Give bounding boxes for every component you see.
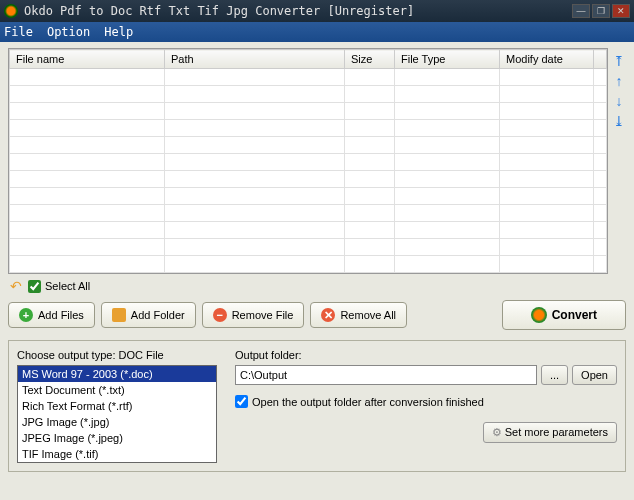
table-row	[10, 103, 607, 120]
list-item[interactable]: JPEG Image (*.jpeg)	[18, 430, 216, 446]
window-title: Okdo Pdf to Doc Rtf Txt Tif Jpg Converte…	[24, 4, 572, 18]
move-bottom-icon[interactable]: ⤓	[611, 113, 627, 129]
col-spacer	[594, 50, 607, 69]
titlebar: Okdo Pdf to Doc Rtf Txt Tif Jpg Converte…	[0, 0, 634, 22]
output-folder-input[interactable]	[235, 365, 537, 385]
table-row	[10, 69, 607, 86]
minus-icon: −	[213, 308, 227, 322]
remove-file-button[interactable]: −Remove File	[202, 302, 305, 328]
table-row	[10, 239, 607, 256]
open-after-label: Open the output folder after conversion …	[252, 396, 484, 408]
browse-button[interactable]: ...	[541, 365, 568, 385]
table-row	[10, 171, 607, 188]
up-folder-icon[interactable]: ↶	[10, 278, 22, 294]
table-row	[10, 137, 607, 154]
maximize-button[interactable]: ❐	[592, 4, 610, 18]
menu-file[interactable]: File	[4, 25, 33, 39]
plus-icon: +	[19, 308, 33, 322]
close-button[interactable]: ✕	[612, 4, 630, 18]
gear-icon: ⚙	[492, 426, 502, 438]
list-item[interactable]: TIF Image (*.tif)	[18, 446, 216, 462]
list-item[interactable]: MS Word 97 - 2003 (*.doc)	[18, 366, 216, 382]
convert-icon	[531, 307, 547, 323]
list-item[interactable]: Text Document (*.txt)	[18, 382, 216, 398]
app-icon	[4, 4, 18, 18]
table-row	[10, 222, 607, 239]
settings-panel: Choose output type: DOC File MS Word 97 …	[8, 340, 626, 472]
move-top-icon[interactable]: ⤒	[611, 53, 627, 69]
add-files-label: Add Files	[38, 309, 84, 321]
table-row	[10, 120, 607, 137]
open-after-input[interactable]	[235, 395, 248, 408]
add-folder-button[interactable]: Add Folder	[101, 302, 196, 328]
col-filename[interactable]: File name	[10, 50, 165, 69]
convert-button[interactable]: Convert	[502, 300, 626, 330]
file-table[interactable]: File name Path Size File Type Modify dat…	[9, 49, 607, 273]
set-more-parameters-button[interactable]: ⚙ Set more parameters	[483, 422, 617, 443]
col-filetype[interactable]: File Type	[395, 50, 500, 69]
table-row	[10, 154, 607, 171]
file-table-wrap: File name Path Size File Type Modify dat…	[8, 48, 608, 274]
remove-all-label: Remove All	[340, 309, 396, 321]
output-type-listbox[interactable]: MS Word 97 - 2003 (*.doc) Text Document …	[17, 365, 217, 463]
table-row	[10, 256, 607, 273]
col-size[interactable]: Size	[345, 50, 395, 69]
col-path[interactable]: Path	[165, 50, 345, 69]
table-row	[10, 205, 607, 222]
remove-file-label: Remove File	[232, 309, 294, 321]
menu-option[interactable]: Option	[47, 25, 90, 39]
convert-label: Convert	[552, 308, 597, 322]
reorder-arrows: ⤒ ↑ ↓ ⤓	[611, 53, 627, 129]
list-item[interactable]: JPG Image (*.jpg)	[18, 414, 216, 430]
add-files-button[interactable]: +Add Files	[8, 302, 95, 328]
add-folder-label: Add Folder	[131, 309, 185, 321]
output-type-label: Choose output type: DOC File	[17, 349, 217, 361]
x-icon: ✕	[321, 308, 335, 322]
minimize-button[interactable]: —	[572, 4, 590, 18]
menubar: File Option Help	[0, 22, 634, 42]
menu-help[interactable]: Help	[104, 25, 133, 39]
window-controls: — ❐ ✕	[572, 4, 630, 18]
open-folder-button[interactable]: Open	[572, 365, 617, 385]
select-all-checkbox[interactable]: Select All	[28, 280, 90, 293]
folder-icon	[112, 308, 126, 322]
select-all-label: Select All	[45, 280, 90, 292]
select-all-input[interactable]	[28, 280, 41, 293]
table-row	[10, 86, 607, 103]
move-up-icon[interactable]: ↑	[611, 73, 627, 89]
col-modifydate[interactable]: Modify date	[500, 50, 594, 69]
remove-all-button[interactable]: ✕Remove All	[310, 302, 407, 328]
table-row	[10, 188, 607, 205]
list-item[interactable]: Rich Text Format (*.rtf)	[18, 398, 216, 414]
set-more-label: Set more parameters	[505, 426, 608, 438]
output-folder-label: Output folder:	[235, 349, 617, 361]
open-after-checkbox[interactable]: Open the output folder after conversion …	[235, 395, 617, 408]
move-down-icon[interactable]: ↓	[611, 93, 627, 109]
